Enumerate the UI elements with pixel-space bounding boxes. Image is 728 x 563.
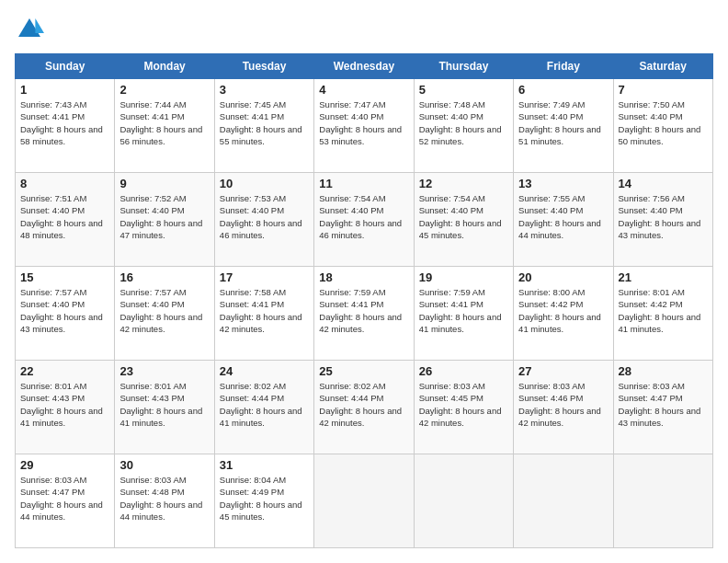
day-number: 17	[220, 270, 309, 284]
calendar-cell: 4 Sunrise: 7:47 AM Sunset: 4:40 PM Dayli…	[314, 79, 414, 173]
calendar-cell: 13 Sunrise: 7:55 AM Sunset: 4:40 PM Dayl…	[514, 173, 613, 267]
day-info: Sunrise: 7:52 AM Sunset: 4:40 PM Dayligh…	[119, 192, 209, 241]
calendar-cell: 22 Sunrise: 8:01 AM Sunset: 4:43 PM Dayl…	[16, 361, 115, 454]
page: SundayMondayTuesdayWednesdayThursdayFrid…	[0, 0, 728, 563]
day-number: 28	[619, 364, 708, 378]
day-number: 25	[319, 364, 408, 378]
day-number: 3	[220, 83, 309, 97]
calendar-table: SundayMondayTuesdayWednesdayThursdayFrid…	[15, 53, 713, 548]
weekday-header-sunday: Sunday	[16, 54, 115, 79]
calendar-week-2: 8 Sunrise: 7:51 AM Sunset: 4:40 PM Dayli…	[16, 173, 713, 267]
day-info: Sunrise: 7:43 AM Sunset: 4:41 PM Dayligh…	[20, 98, 109, 147]
calendar-cell: 24 Sunrise: 8:02 AM Sunset: 4:44 PM Dayl…	[214, 361, 313, 454]
calendar-cell: 7 Sunrise: 7:50 AM Sunset: 4:40 PM Dayli…	[613, 79, 712, 173]
calendar-cell: 29 Sunrise: 8:03 AM Sunset: 4:47 PM Dayl…	[16, 454, 115, 548]
day-info: Sunrise: 7:56 AM Sunset: 4:40 PM Dayligh…	[619, 192, 708, 241]
svg-marker-1	[35, 18, 44, 33]
day-number: 10	[220, 177, 309, 190]
weekday-header-monday: Monday	[115, 54, 214, 79]
day-info: Sunrise: 8:03 AM Sunset: 4:47 PM Dayligh…	[20, 474, 109, 523]
weekday-header-friday: Friday	[514, 54, 613, 79]
calendar-cell: 25 Sunrise: 8:02 AM Sunset: 4:44 PM Dayl…	[314, 361, 414, 454]
day-info: Sunrise: 8:03 AM Sunset: 4:47 PM Dayligh…	[619, 380, 708, 429]
day-number: 20	[518, 270, 608, 284]
day-number: 1	[20, 83, 109, 97]
day-info: Sunrise: 7:59 AM Sunset: 4:41 PM Dayligh…	[319, 286, 408, 335]
calendar-cell: 1 Sunrise: 7:43 AM Sunset: 4:41 PM Dayli…	[16, 79, 115, 173]
day-info: Sunrise: 8:01 AM Sunset: 4:43 PM Dayligh…	[119, 380, 209, 429]
day-number: 24	[220, 364, 309, 378]
day-number: 18	[319, 270, 408, 284]
calendar-cell: 5 Sunrise: 7:48 AM Sunset: 4:40 PM Dayli…	[414, 79, 513, 173]
day-info: Sunrise: 7:44 AM Sunset: 4:41 PM Dayligh…	[119, 98, 209, 147]
logo	[15, 15, 50, 44]
calendar-week-5: 29 Sunrise: 8:03 AM Sunset: 4:47 PM Dayl…	[16, 454, 713, 548]
calendar-cell: 6 Sunrise: 7:49 AM Sunset: 4:40 PM Dayli…	[514, 79, 613, 173]
day-number: 14	[619, 177, 708, 190]
day-info: Sunrise: 7:58 AM Sunset: 4:41 PM Dayligh…	[220, 286, 309, 335]
calendar-cell: 11 Sunrise: 7:54 AM Sunset: 4:40 PM Dayl…	[314, 173, 414, 267]
calendar-cell: 15 Sunrise: 7:57 AM Sunset: 4:40 PM Dayl…	[16, 267, 115, 361]
calendar-cell: 26 Sunrise: 8:03 AM Sunset: 4:45 PM Dayl…	[414, 361, 513, 454]
day-number: 19	[419, 270, 508, 284]
day-number: 23	[119, 364, 209, 378]
day-number: 15	[20, 270, 109, 284]
day-number: 12	[419, 177, 508, 190]
day-info: Sunrise: 7:57 AM Sunset: 4:40 PM Dayligh…	[20, 286, 109, 335]
calendar-cell: 30 Sunrise: 8:03 AM Sunset: 4:48 PM Dayl…	[115, 454, 214, 548]
weekday-header-tuesday: Tuesday	[214, 54, 313, 79]
day-number: 6	[518, 83, 608, 97]
day-info: Sunrise: 7:45 AM Sunset: 4:41 PM Dayligh…	[220, 98, 309, 147]
day-info: Sunrise: 7:47 AM Sunset: 4:40 PM Dayligh…	[319, 98, 408, 147]
weekday-header-thursday: Thursday	[414, 54, 513, 79]
calendar-cell	[613, 454, 712, 548]
calendar-cell: 8 Sunrise: 7:51 AM Sunset: 4:40 PM Dayli…	[16, 173, 115, 267]
day-info: Sunrise: 8:04 AM Sunset: 4:49 PM Dayligh…	[220, 474, 309, 523]
calendar-cell: 16 Sunrise: 7:57 AM Sunset: 4:40 PM Dayl…	[115, 267, 214, 361]
day-number: 26	[419, 364, 508, 378]
calendar-cell	[514, 454, 613, 548]
calendar-cell: 23 Sunrise: 8:01 AM Sunset: 4:43 PM Dayl…	[115, 361, 214, 454]
day-info: Sunrise: 7:51 AM Sunset: 4:40 PM Dayligh…	[20, 192, 109, 241]
calendar-cell: 19 Sunrise: 7:59 AM Sunset: 4:41 PM Dayl…	[414, 267, 513, 361]
calendar-week-1: 1 Sunrise: 7:43 AM Sunset: 4:41 PM Dayli…	[16, 79, 713, 173]
day-info: Sunrise: 8:03 AM Sunset: 4:45 PM Dayligh…	[419, 380, 508, 429]
day-info: Sunrise: 7:49 AM Sunset: 4:40 PM Dayligh…	[518, 98, 608, 147]
day-number: 30	[119, 458, 209, 472]
day-info: Sunrise: 8:01 AM Sunset: 4:43 PM Dayligh…	[20, 380, 109, 429]
day-number: 9	[119, 177, 209, 190]
day-number: 13	[518, 177, 608, 190]
calendar-cell: 3 Sunrise: 7:45 AM Sunset: 4:41 PM Dayli…	[214, 79, 313, 173]
calendar-cell: 12 Sunrise: 7:54 AM Sunset: 4:40 PM Dayl…	[414, 173, 513, 267]
calendar-week-3: 15 Sunrise: 7:57 AM Sunset: 4:40 PM Dayl…	[16, 267, 713, 361]
calendar-cell	[314, 454, 414, 548]
day-number: 4	[319, 83, 408, 97]
weekday-header-wednesday: Wednesday	[314, 54, 414, 79]
day-number: 22	[20, 364, 109, 378]
calendar-cell: 20 Sunrise: 8:00 AM Sunset: 4:42 PM Dayl…	[514, 267, 613, 361]
day-number: 2	[119, 83, 209, 97]
calendar-cell: 21 Sunrise: 8:01 AM Sunset: 4:42 PM Dayl…	[613, 267, 712, 361]
day-info: Sunrise: 7:48 AM Sunset: 4:40 PM Dayligh…	[419, 98, 508, 147]
calendar-cell: 31 Sunrise: 8:04 AM Sunset: 4:49 PM Dayl…	[214, 454, 313, 548]
day-info: Sunrise: 8:02 AM Sunset: 4:44 PM Dayligh…	[319, 380, 408, 429]
logo-icon	[15, 15, 44, 44]
day-info: Sunrise: 8:00 AM Sunset: 4:42 PM Dayligh…	[518, 286, 608, 335]
day-info: Sunrise: 7:55 AM Sunset: 4:40 PM Dayligh…	[518, 192, 608, 241]
day-info: Sunrise: 7:59 AM Sunset: 4:41 PM Dayligh…	[419, 286, 508, 335]
day-number: 11	[319, 177, 408, 190]
day-number: 5	[419, 83, 508, 97]
calendar-cell: 14 Sunrise: 7:56 AM Sunset: 4:40 PM Dayl…	[613, 173, 712, 267]
header	[15, 15, 713, 44]
day-number: 8	[20, 177, 109, 190]
day-number: 31	[220, 458, 309, 472]
calendar-week-4: 22 Sunrise: 8:01 AM Sunset: 4:43 PM Dayl…	[16, 361, 713, 454]
day-number: 21	[619, 270, 708, 284]
day-info: Sunrise: 7:54 AM Sunset: 4:40 PM Dayligh…	[419, 192, 508, 241]
day-number: 16	[119, 270, 209, 284]
day-info: Sunrise: 7:53 AM Sunset: 4:40 PM Dayligh…	[220, 192, 309, 241]
calendar-cell	[414, 454, 513, 548]
day-info: Sunrise: 7:54 AM Sunset: 4:40 PM Dayligh…	[319, 192, 408, 241]
calendar-cell: 18 Sunrise: 7:59 AM Sunset: 4:41 PM Dayl…	[314, 267, 414, 361]
calendar-cell: 9 Sunrise: 7:52 AM Sunset: 4:40 PM Dayli…	[115, 173, 214, 267]
